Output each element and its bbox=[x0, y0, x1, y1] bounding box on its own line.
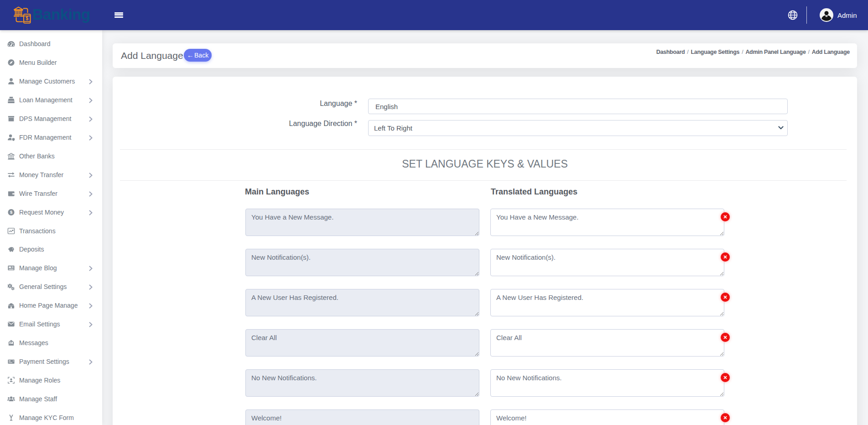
svg-text:$: $ bbox=[10, 210, 13, 215]
svg-text:$: $ bbox=[26, 16, 28, 21]
